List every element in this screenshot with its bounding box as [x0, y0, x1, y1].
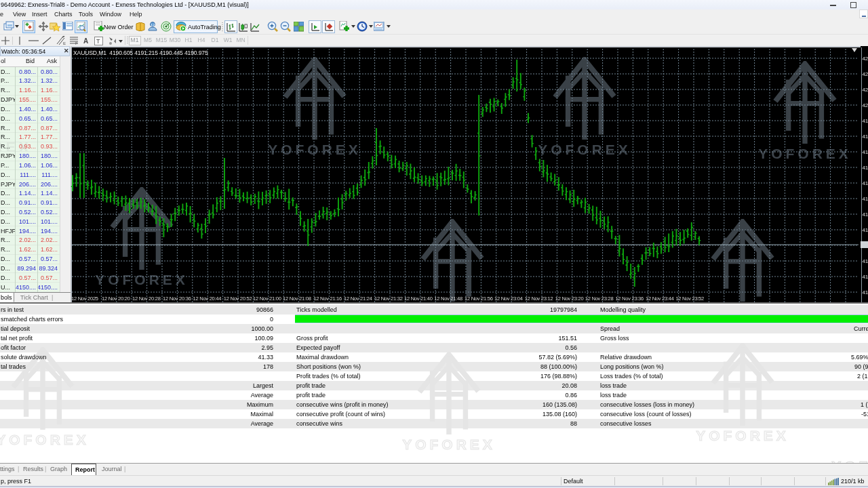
svg-text:E: E: [63, 41, 66, 45]
svg-text:F: F: [75, 41, 78, 45]
svg-text:12: 12: [151, 23, 155, 27]
svg-text:T: T: [96, 38, 100, 45]
